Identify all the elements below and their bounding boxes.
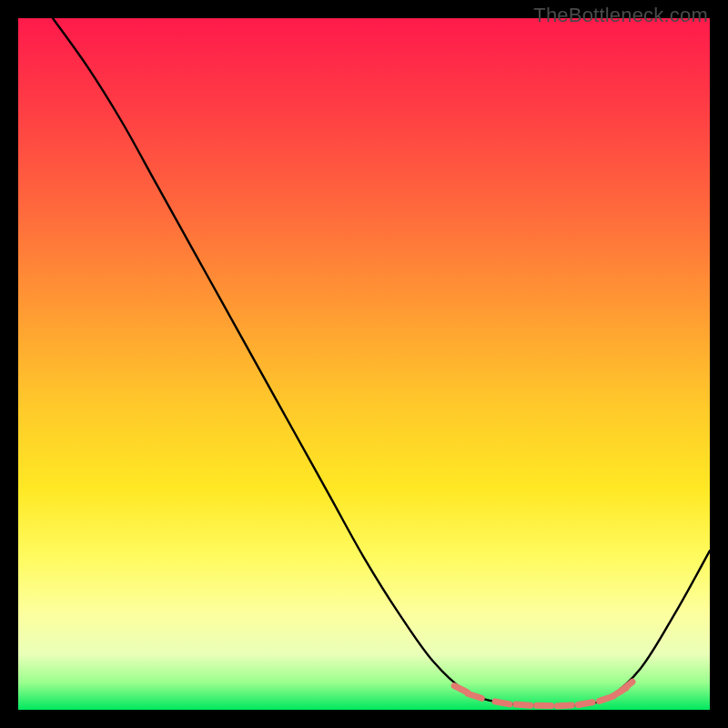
bottleneck-curve <box>53 18 710 706</box>
optimal-marker <box>468 693 481 698</box>
chart-plot-area <box>18 18 710 710</box>
chart-svg <box>18 18 710 710</box>
chart-frame: TheBottleneck.com <box>0 0 728 728</box>
optimal-marker <box>578 703 592 705</box>
optimal-marker <box>622 682 632 691</box>
optimal-marker <box>495 702 510 704</box>
optimal-range-markers <box>454 682 632 706</box>
optimal-marker <box>454 686 467 693</box>
optimal-marker <box>516 704 531 705</box>
optimal-marker <box>557 705 571 706</box>
watermark-text: TheBottleneck.com <box>533 4 708 27</box>
